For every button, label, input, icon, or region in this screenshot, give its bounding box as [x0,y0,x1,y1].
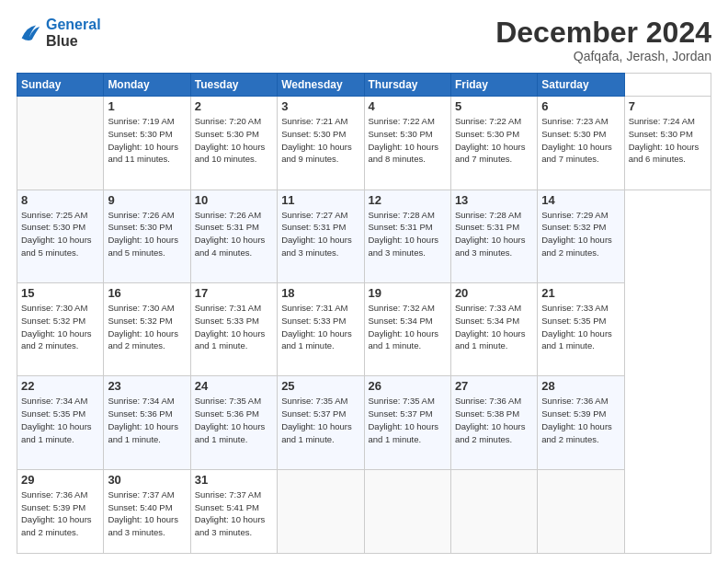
cell-line: Sunrise: 7:25 AM [21,209,99,222]
cell-line: Sunrise: 7:37 AM [195,488,273,501]
cell-line: and 1 minute. [281,339,359,352]
day-number: 11 [281,193,359,207]
cell-line: Daylight: 10 hours [541,234,620,247]
cell-line: and 6 minutes. [629,153,707,166]
cell-line: and 5 minutes. [108,247,186,259]
calendar-cell: 20Sunrise: 7:33 AMSunset: 5:34 PMDayligh… [450,283,537,376]
cell-content: Sunrise: 7:33 AMSunset: 5:34 PMDaylight:… [455,302,533,352]
cell-line: Daylight: 10 hours [369,141,447,154]
calendar-cell: 25Sunrise: 7:35 AMSunset: 5:37 PMDayligh… [278,376,364,469]
day-number: 20 [455,286,533,300]
calendar-cell: 27Sunrise: 7:36 AMSunset: 5:38 PMDayligh… [450,376,537,469]
day-number: 9 [108,193,186,207]
day-number: 25 [281,379,359,393]
day-of-week-header: Wednesday [278,74,364,97]
calendar-cell: 11Sunrise: 7:27 AMSunset: 5:31 PMDayligh… [278,190,364,282]
day-number: 26 [369,379,447,393]
cell-line: and 9 minutes. [281,153,359,166]
cell-line: and 1 minute. [369,433,447,446]
cell-line: Daylight: 10 hours [629,141,707,154]
day-number: 14 [541,193,620,207]
day-number: 1 [108,99,186,113]
day-number: 17 [195,286,273,300]
cell-line: and 4 minutes. [195,247,273,259]
day-number: 31 [195,473,273,487]
cell-content: Sunrise: 7:30 AMSunset: 5:32 PMDaylight:… [108,302,186,352]
calendar-cell: 8Sunrise: 7:25 AMSunset: 5:30 PMDaylight… [17,190,104,282]
cell-line: Sunset: 5:32 PM [108,315,186,327]
cell-line: and 8 minutes. [369,153,447,166]
cell-line: Sunrise: 7:36 AM [21,488,99,501]
calendar-cell [450,469,537,553]
cell-line: and 2 minutes. [541,247,620,259]
cell-line: Sunset: 5:40 PM [108,501,186,514]
cell-line: and 2 minutes. [21,339,99,352]
day-number: 8 [21,193,99,207]
cell-line: Sunrise: 7:21 AM [281,115,359,128]
cell-line: Sunset: 5:36 PM [108,408,186,420]
day-number: 15 [21,286,99,300]
cell-line: and 3 minutes. [195,526,273,539]
cell-line: Sunset: 5:30 PM [195,128,273,141]
cell-line: Sunrise: 7:22 AM [369,115,447,128]
cell-content: Sunrise: 7:30 AMSunset: 5:32 PMDaylight:… [21,302,99,352]
day-number: 5 [455,99,533,113]
cell-content: Sunrise: 7:37 AMSunset: 5:40 PMDaylight:… [108,488,186,539]
cell-line: Daylight: 10 hours [195,420,273,433]
cell-line: Daylight: 10 hours [369,327,447,340]
day-number: 18 [281,286,359,300]
day-number: 24 [195,379,273,393]
cell-content: Sunrise: 7:31 AMSunset: 5:33 PMDaylight:… [281,302,359,352]
logo-icon [17,20,42,46]
cell-line: Daylight: 10 hours [195,327,273,340]
day-header-row: SundayMondayTuesdayWednesdayThursdayFrid… [17,74,711,97]
cell-line: Sunrise: 7:24 AM [629,115,707,128]
day-number: 19 [369,286,447,300]
calendar-cell: 17Sunrise: 7:31 AMSunset: 5:33 PMDayligh… [190,283,277,376]
calendar-cell: 15Sunrise: 7:30 AMSunset: 5:32 PMDayligh… [17,283,104,376]
calendar-row: 29Sunrise: 7:36 AMSunset: 5:39 PMDayligh… [17,469,711,553]
cell-line: and 3 minutes. [369,247,447,259]
cell-content: Sunrise: 7:35 AMSunset: 5:37 PMDaylight:… [369,395,447,445]
cell-line: Sunset: 5:32 PM [541,221,620,234]
cell-content: Sunrise: 7:34 AMSunset: 5:36 PMDaylight:… [108,395,186,445]
day-of-week-header: Thursday [364,74,450,97]
cell-line: Sunrise: 7:20 AM [195,115,273,128]
cell-line: Sunrise: 7:35 AM [195,395,273,408]
cell-line: Daylight: 10 hours [195,234,273,247]
cell-line: Daylight: 10 hours [108,420,186,433]
cell-content: Sunrise: 7:31 AMSunset: 5:33 PMDaylight:… [195,302,273,352]
cell-line: and 5 minutes. [21,247,99,259]
cell-line: Daylight: 10 hours [108,327,186,340]
calendar-cell: 7Sunrise: 7:24 AMSunset: 5:30 PMDaylight… [624,97,711,190]
cell-content: Sunrise: 7:29 AMSunset: 5:32 PMDaylight:… [541,209,620,259]
cell-line: Sunrise: 7:35 AM [369,395,447,408]
day-number: 4 [369,99,447,113]
cell-line: and 1 minute. [281,433,359,446]
cell-line: Daylight: 10 hours [21,420,99,433]
day-number: 21 [541,286,620,300]
cell-line: Daylight: 10 hours [108,513,186,526]
day-number: 6 [541,99,620,113]
calendar-table: SundayMondayTuesdayWednesdayThursdayFrid… [17,73,711,554]
day-of-week-header: Friday [450,74,537,97]
cell-line: Sunset: 5:30 PM [541,128,620,141]
day-number: 23 [108,379,186,393]
cell-content: Sunrise: 7:34 AMSunset: 5:35 PMDaylight:… [21,395,99,445]
day-number: 2 [195,99,273,113]
cell-line: and 1 minute. [21,433,99,446]
cell-line: and 1 minute. [195,433,273,446]
cell-content: Sunrise: 7:22 AMSunset: 5:30 PMDaylight:… [455,115,533,166]
cell-line: and 10 minutes. [195,153,273,166]
calendar-row: 1Sunrise: 7:19 AMSunset: 5:30 PMDaylight… [17,97,711,190]
cell-line: Daylight: 10 hours [369,234,447,247]
cell-line: Daylight: 10 hours [195,141,273,154]
cell-line: and 7 minutes. [541,153,620,166]
cell-line: Sunrise: 7:30 AM [21,302,99,315]
calendar-cell: 9Sunrise: 7:26 AMSunset: 5:30 PMDaylight… [104,190,190,282]
cell-line: Sunset: 5:30 PM [629,128,707,141]
calendar-cell: 23Sunrise: 7:34 AMSunset: 5:36 PMDayligh… [104,376,190,469]
calendar-cell: 13Sunrise: 7:28 AMSunset: 5:31 PMDayligh… [450,190,537,282]
calendar-cell: 16Sunrise: 7:30 AMSunset: 5:32 PMDayligh… [104,283,190,376]
cell-line: Daylight: 10 hours [21,513,99,526]
